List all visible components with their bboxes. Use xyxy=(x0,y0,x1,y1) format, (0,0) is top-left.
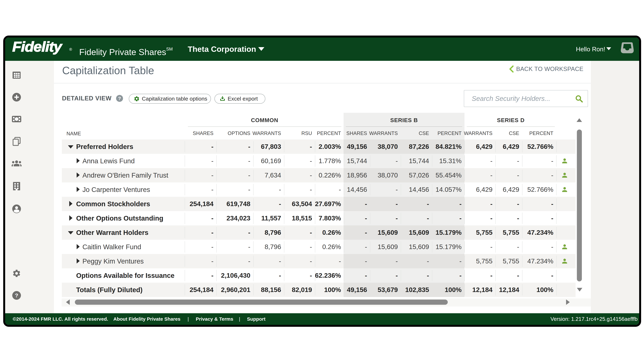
svg-text:?: ? xyxy=(15,292,18,299)
